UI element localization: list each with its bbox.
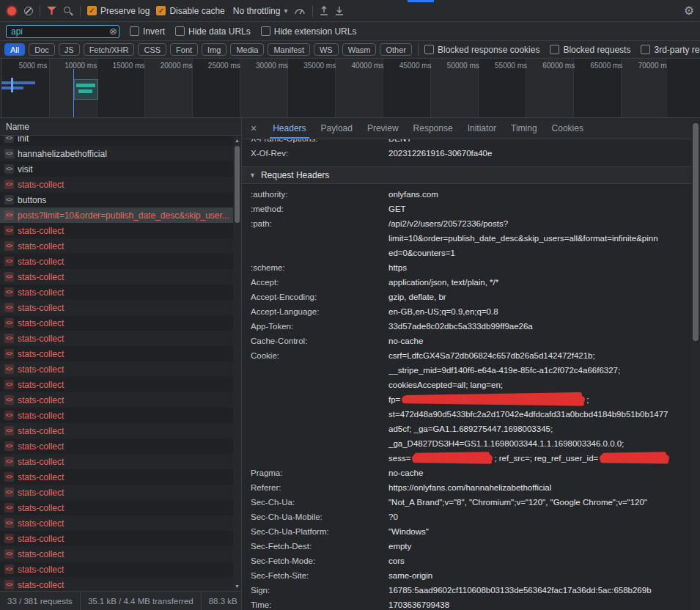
disable-cache-checkbox[interactable]: Disable cache: [156, 6, 224, 16]
filter-input[interactable]: [6, 25, 119, 38]
timeline-tick: 70000 ms: [638, 62, 667, 70]
blocked-response-cookies-checkbox[interactable]: Blocked response cookies: [424, 45, 539, 55]
script-icon: <>: [4, 272, 14, 282]
network-conditions-icon[interactable]: [294, 6, 306, 15]
hide-extension-urls-checkbox[interactable]: Hide extension URLs: [261, 26, 357, 37]
request-row[interactable]: <>stats-collect: [0, 423, 241, 438]
throttling-dropdown[interactable]: No throttling ▾: [233, 6, 288, 16]
request-row[interactable]: <>stats-collect: [0, 500, 241, 515]
header-value: csrf=LdfcGX4Sa72db06824c657db26a5d142472…: [388, 348, 691, 466]
panel-scrollbar[interactable]: [691, 118, 700, 610]
request-list-scrollbar[interactable]: ▲ ▼: [233, 136, 241, 591]
request-row[interactable]: <>stats-collect: [0, 315, 241, 331]
type-filter-fetch-xhr[interactable]: Fetch/XHR: [84, 43, 135, 56]
header-value-line: 1703636799438: [388, 598, 687, 610]
scroll-down-icon[interactable]: ▼: [233, 583, 241, 590]
scrollbar-thumb[interactable]: [235, 146, 240, 223]
type-filter-font[interactable]: Font: [170, 43, 198, 56]
header-value-line: cors: [388, 554, 687, 568]
request-row[interactable]: <>buttons: [0, 192, 241, 207]
request-row[interactable]: <>stats-collect: [0, 238, 241, 254]
header-value-line: empty: [388, 539, 687, 554]
toolbar-highlight-strip: [408, 0, 434, 2]
header-value-line: 33d57ade8c02dbc5a333db99ff9ae26a: [388, 319, 687, 334]
scroll-up-icon[interactable]: ▲: [233, 137, 241, 144]
request-row[interactable]: <>stats-collect: [0, 284, 241, 300]
type-filter-doc[interactable]: Doc: [29, 43, 55, 56]
type-filter-manifest[interactable]: Manifest: [268, 43, 310, 56]
3rd-party-requests-checkbox[interactable]: 3rd-party requests: [641, 45, 700, 55]
request-row[interactable]: <>stats-collect: [0, 577, 241, 591]
header-value-line: 16785:5aad9602cf110608b03133de563642fac1…: [388, 583, 687, 598]
name-column-header[interactable]: Name: [0, 118, 241, 136]
clear-filter-icon[interactable]: ⊗: [109, 26, 117, 37]
hide-data-urls-checkbox[interactable]: Hide data URLs: [175, 26, 251, 37]
export-har-icon[interactable]: [335, 6, 344, 15]
invert-checkbox[interactable]: Invert: [130, 26, 165, 37]
tab-timing[interactable]: Timing: [504, 118, 545, 139]
request-row[interactable]: <>stats-collect: [0, 377, 241, 392]
request-row[interactable]: <>stats-collect: [0, 254, 241, 269]
type-filter-media[interactable]: Media: [230, 43, 264, 56]
request-row[interactable]: <>stats-collect: [0, 515, 241, 531]
request-row[interactable]: <>stats-collect: [0, 546, 241, 562]
request-row[interactable]: <>stats-collect: [0, 177, 241, 192]
request-row[interactable]: <>stats-collect: [0, 331, 241, 346]
tab-preview[interactable]: Preview: [360, 118, 406, 139]
scrollbar-thumb[interactable]: [693, 123, 699, 341]
type-filter-css[interactable]: CSS: [138, 43, 166, 56]
tab-response[interactable]: Response: [406, 118, 460, 139]
request-row[interactable]: <>stats-collect: [0, 300, 241, 315]
import-har-icon[interactable]: [320, 6, 328, 15]
search-icon[interactable]: [63, 6, 73, 16]
close-icon[interactable]: ×: [242, 123, 265, 133]
settings-gear-icon[interactable]: ⚙: [684, 5, 694, 17]
request-row[interactable]: <>stats-collect: [0, 485, 241, 500]
tab-cookies[interactable]: Cookies: [545, 118, 591, 139]
request-row[interactable]: <>visit: [0, 161, 241, 177]
request-row[interactable]: <>stats-collect: [0, 392, 241, 408]
request-row[interactable]: <>stats-collect: [0, 454, 241, 469]
request-row[interactable]: <>hannahelizabethofficial: [0, 146, 241, 161]
timeline-overview[interactable]: 5000 ms10000 ms15000 ms20000 ms25000 ms3…: [0, 59, 700, 118]
header-value-line: ed=0&counters=1: [388, 246, 687, 260]
type-filter-wasm[interactable]: Wasm: [342, 43, 377, 56]
type-filter-img[interactable]: Img: [202, 43, 226, 56]
timeline-tick: 55000 ms: [495, 62, 527, 70]
preserve-log-checkbox[interactable]: Preserve log: [87, 6, 150, 16]
network-content: Name <>init<>hannahelizabethofficial<>vi…: [0, 118, 700, 610]
type-filter-js[interactable]: JS: [59, 43, 80, 56]
filter-icon[interactable]: [47, 7, 56, 15]
timeline-tick: 50000 ms: [447, 62, 479, 70]
request-row[interactable]: <>stats-collect: [0, 531, 241, 546]
script-icon: <>: [4, 580, 14, 589]
tab-initiator[interactable]: Initiator: [460, 118, 504, 139]
request-label: stats-collect: [18, 580, 64, 590]
header-name: Sec-Fetch-Mode:: [251, 554, 388, 568]
request-row[interactable]: <>posts?limit=10&order=publish_date_desc…: [0, 207, 241, 223]
request-row[interactable]: <>stats-collect: [0, 562, 241, 577]
request-headers-section-header[interactable]: ▼ Request Headers: [242, 166, 691, 184]
type-filter-all[interactable]: All: [4, 43, 25, 56]
request-row[interactable]: <>stats-collect: [0, 408, 241, 423]
request-row[interactable]: <>stats-collect: [0, 346, 241, 361]
request-row[interactable]: <>stats-collect: [0, 469, 241, 485]
request-row[interactable]: <>stats-collect: [0, 438, 241, 454]
request-row[interactable]: <>stats-collect: [0, 269, 241, 284]
request-row[interactable]: <>stats-collect: [0, 361, 241, 377]
record-button[interactable]: [7, 7, 16, 15]
advanced-filter-list: Blocked response cookiesBlocked requests…: [424, 45, 696, 55]
tab-headers[interactable]: Headers: [265, 118, 313, 139]
blocked-requests-checkbox[interactable]: Blocked requests: [550, 45, 630, 55]
toolbar-divider: [40, 5, 40, 17]
clear-network-log-icon[interactable]: [24, 7, 33, 15]
script-icon: <>: [4, 349, 14, 359]
type-filter-other[interactable]: Other: [380, 43, 412, 56]
tab-payload[interactable]: Payload: [314, 118, 360, 139]
header-row: Sec-Ch-Ua-Platform:"Windows": [242, 524, 691, 539]
header-value-line: 202312261916-30670fa40e: [388, 146, 687, 161]
request-row[interactable]: <>init: [0, 136, 241, 146]
request-row[interactable]: <>stats-collect: [0, 223, 241, 238]
type-filter-ws[interactable]: WS: [314, 43, 339, 56]
script-icon: <>: [4, 149, 14, 158]
